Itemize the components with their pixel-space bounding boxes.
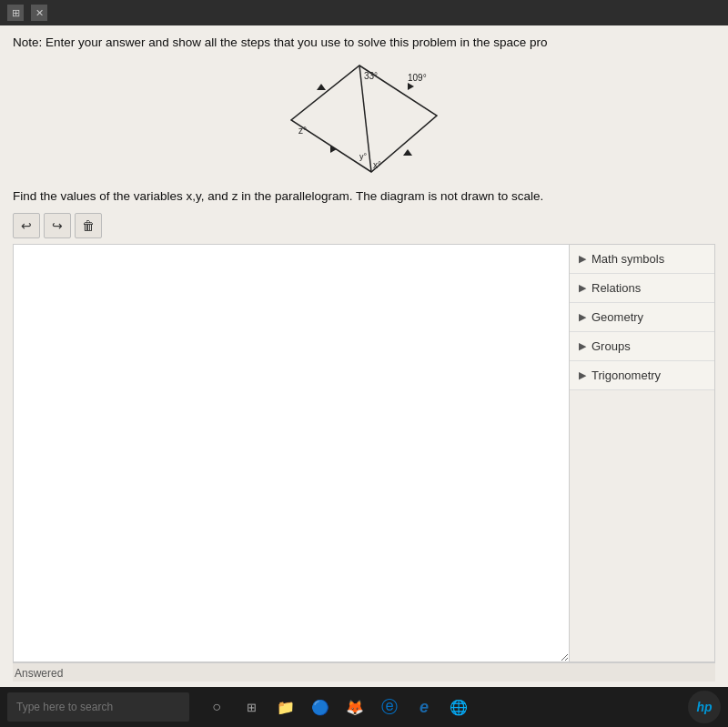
- svg-marker-6: [403, 149, 412, 156]
- svg-marker-5: [317, 84, 326, 90]
- relations-item[interactable]: ▶ Relations: [570, 274, 714, 303]
- svg-text:y°: y°: [359, 152, 368, 161]
- close-icon[interactable]: ✕: [31, 5, 47, 21]
- undo-button[interactable]: ↩: [13, 213, 40, 238]
- question-text: Find the values of the variables x,y, an…: [13, 188, 715, 206]
- parallelogram-diagram: 33° 109° z° x° y°: [273, 61, 455, 179]
- expand-arrow: ▶: [579, 253, 586, 265]
- edge-icon[interactable]: ⓔ: [377, 694, 402, 720]
- window-topbar: ⊞ ✕: [0, 0, 728, 25]
- hp-logo: hp: [688, 691, 721, 723]
- expand-arrow: ▶: [579, 282, 586, 294]
- expand-arrow: ▶: [579, 369, 586, 381]
- firefox-icon[interactable]: 🦊: [342, 694, 368, 720]
- svg-text:109°: 109°: [408, 73, 427, 83]
- relations-label: Relations: [592, 281, 641, 295]
- math-symbols-label: Math symbols: [592, 252, 664, 266]
- svg-text:z°: z°: [298, 126, 307, 136]
- file-explorer-icon[interactable]: 📁: [273, 694, 298, 720]
- svg-text:x°: x°: [373, 160, 381, 170]
- taskbar: ○ ⊞ 📁 🔵 🦊 ⓔ e 🌐 hp: [0, 687, 728, 727]
- answer-input[interactable]: [13, 244, 570, 662]
- groups-label: Groups: [592, 339, 631, 353]
- window-icon[interactable]: ⊞: [7, 5, 24, 21]
- svg-marker-4: [330, 146, 337, 153]
- language-icon[interactable]: 🌐: [446, 694, 471, 720]
- trigonometry-label: Trigonometry: [592, 369, 661, 382]
- redo-button[interactable]: ↪: [44, 213, 71, 238]
- diagram-area: 33° 109° z° x° y°: [13, 61, 715, 179]
- expand-arrow: ▶: [579, 311, 586, 323]
- taskbar-icons: ○ ⊞ 📁 🔵 🦊 ⓔ e 🌐: [204, 694, 471, 720]
- task-view-icon[interactable]: ⊞: [238, 694, 264, 720]
- math-symbols-item[interactable]: ▶ Math symbols: [570, 245, 714, 274]
- ie-icon[interactable]: e: [411, 694, 437, 720]
- expand-arrow: ▶: [579, 340, 586, 352]
- groups-item[interactable]: ▶ Groups: [570, 332, 714, 361]
- svg-text:33°: 33°: [364, 71, 378, 81]
- symbol-panel: ▶ Math symbols ▶ Relations ▶ Geometry ▶ …: [570, 244, 715, 662]
- answered-text: Answered: [15, 667, 63, 680]
- note-text: Note: Enter your answer and show all the…: [13, 35, 715, 52]
- search-input[interactable]: [7, 692, 189, 722]
- answer-toolbar: ↩ ↪ 🗑: [13, 213, 715, 238]
- geometry-label: Geometry: [592, 310, 643, 324]
- delete-button[interactable]: 🗑: [75, 213, 102, 238]
- trigonometry-item[interactable]: ▶ Trigonometry: [570, 361, 714, 390]
- answer-area: ▶ Math symbols ▶ Relations ▶ Geometry ▶ …: [13, 244, 715, 662]
- taskbar-right: hp: [688, 691, 721, 723]
- svg-marker-3: [408, 83, 414, 90]
- chrome-icon[interactable]: 🔵: [308, 694, 333, 720]
- answered-bar: Answered: [13, 662, 715, 682]
- windows-button[interactable]: ○: [204, 694, 229, 720]
- geometry-item[interactable]: ▶ Geometry: [570, 303, 714, 332]
- main-content: Note: Enter your answer and show all the…: [0, 25, 728, 687]
